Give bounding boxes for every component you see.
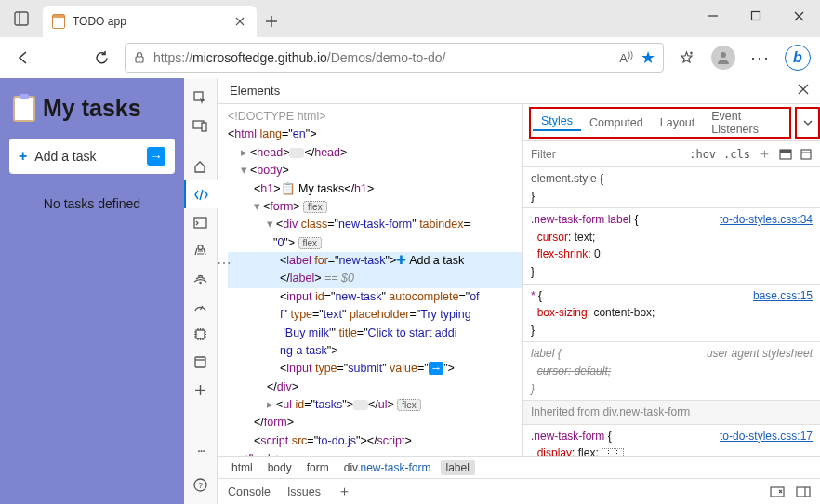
memory-tool-icon[interactable]: [184, 320, 218, 348]
svg-rect-10: [136, 57, 143, 62]
tab-layout[interactable]: Layout: [652, 116, 704, 129]
svg-rect-7: [752, 12, 760, 20]
drawer-tab-console[interactable]: Console: [228, 485, 271, 498]
drawer-add-tab[interactable]: ＋: [337, 483, 351, 500]
styles-pane: Styles Computed Layout Event Listeners :…: [522, 104, 820, 456]
svg-rect-34: [771, 487, 784, 497]
performance-tool-icon[interactable]: [184, 292, 218, 320]
network-tool-icon[interactable]: [184, 264, 218, 292]
tab-actions-button[interactable]: [0, 0, 43, 37]
sources-tool-icon[interactable]: [184, 236, 218, 264]
lock-icon: [133, 51, 146, 64]
styles-filter-input[interactable]: [531, 148, 681, 161]
help-icon[interactable]: ?: [184, 471, 218, 498]
address-bar[interactable]: https://microsoftedge.github.io/Demos/de…: [125, 43, 664, 73]
devtools-panel: ··· ? Elements <!DOCTYPE html> <html lan…: [184, 78, 820, 504]
dom-tree[interactable]: <!DOCTYPE html> <html lang="en"> ▸<head>…: [218, 104, 522, 456]
devtools-close-button[interactable]: [798, 84, 809, 98]
more-tools-button[interactable]: [184, 376, 218, 404]
svg-rect-31: [780, 150, 791, 153]
svg-point-13: [721, 52, 726, 58]
drawer-tab-issues[interactable]: Issues: [287, 485, 321, 498]
chevron-down-icon[interactable]: [802, 117, 813, 128]
bing-chat-button[interactable]: b: [783, 43, 813, 73]
svg-rect-32: [801, 150, 811, 159]
page-content: My tasks + Add a task → No tasks defined: [0, 78, 184, 504]
welcome-tool-icon[interactable]: [184, 153, 218, 180]
tab-title: TODO app: [73, 15, 225, 28]
window-maximize-button[interactable]: [734, 0, 777, 32]
drawer-errors-icon[interactable]: [770, 485, 785, 498]
collections-button[interactable]: [671, 43, 701, 73]
svg-rect-0: [15, 12, 28, 25]
page-favicon: [52, 14, 65, 29]
profile-button[interactable]: [708, 43, 738, 73]
styles-more-tabs-highlight: [795, 107, 820, 139]
back-button[interactable]: [7, 42, 39, 73]
new-rule-button[interactable]: ＋: [758, 145, 772, 163]
dom-breadcrumbs[interactable]: html body form div.new-task-form label: [218, 456, 820, 478]
reader-mode-icon[interactable]: A)): [619, 50, 633, 65]
device-emulation-icon[interactable]: [184, 112, 218, 139]
svg-rect-16: [202, 123, 206, 131]
url-text: https://microsoftedge.github.io/Demos/de…: [153, 50, 612, 65]
drawer-expand-icon[interactable]: [796, 485, 811, 498]
favorite-icon[interactable]: ★: [641, 47, 655, 68]
svg-rect-17: [194, 218, 206, 228]
page-heading: My tasks: [13, 95, 175, 122]
svg-text:?: ?: [198, 481, 203, 490]
style-rules[interactable]: element.style {} to-do-styles.css:34 .ne…: [523, 167, 820, 456]
clipboard-icon: [13, 96, 35, 122]
svg-rect-22: [195, 357, 205, 367]
elements-tool-icon[interactable]: [184, 180, 218, 208]
devtools-tab-elements[interactable]: Elements: [230, 84, 280, 98]
submit-arrow-icon[interactable]: →: [147, 147, 165, 166]
inspect-tool-icon[interactable]: [184, 84, 218, 112]
cls-toggle[interactable]: .cls: [723, 148, 750, 161]
browser-tab[interactable]: TODO app: [43, 6, 257, 37]
svg-point-18: [198, 245, 203, 249]
computed-sidebar-icon[interactable]: [779, 148, 792, 161]
styles-tabs-highlight: Styles Computed Layout Event Listeners: [529, 107, 791, 139]
devtools-settings-icon[interactable]: ···: [184, 437, 218, 465]
add-task-label: Add a task: [34, 149, 96, 164]
window-minimize-button[interactable]: [692, 0, 734, 32]
plus-icon: +: [19, 148, 27, 165]
add-task-form[interactable]: + Add a task →: [9, 139, 175, 174]
more-button[interactable]: ···: [746, 43, 775, 73]
window-close-button[interactable]: [777, 0, 820, 32]
svg-rect-35: [797, 487, 810, 497]
svg-point-19: [199, 281, 201, 283]
application-tool-icon[interactable]: [184, 348, 218, 376]
more-actions-icon[interactable]: [800, 148, 813, 161]
tab-computed[interactable]: Computed: [581, 116, 652, 129]
console-tool-icon[interactable]: [184, 208, 218, 236]
refresh-button[interactable]: [86, 42, 117, 73]
tab-event-listeners[interactable]: Event Listeners: [703, 110, 787, 136]
new-tab-button[interactable]: [257, 6, 286, 37]
hov-toggle[interactable]: :hov: [689, 148, 716, 161]
tab-styles[interactable]: Styles: [533, 114, 581, 131]
tab-close-button[interactable]: [232, 14, 247, 29]
svg-rect-21: [196, 330, 205, 338]
no-tasks-text: No tasks defined: [9, 196, 175, 211]
